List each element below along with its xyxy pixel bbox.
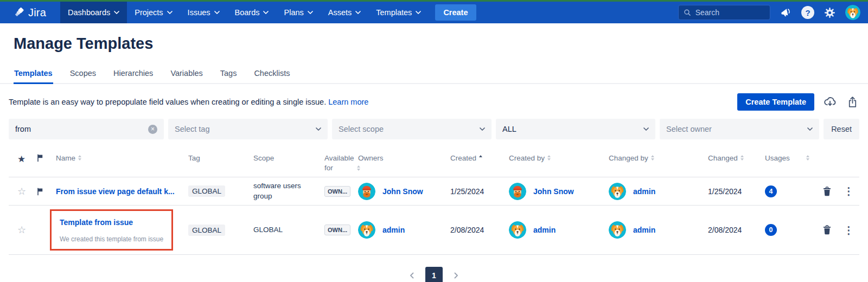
page-title: Manage Templates <box>14 35 859 53</box>
feedback-megaphone-icon[interactable] <box>780 7 792 19</box>
nav-item-dashboards[interactable]: Dashboards <box>60 2 127 23</box>
tab-scopes[interactable]: Scopes <box>69 66 97 84</box>
flag-column-icon[interactable] <box>36 153 44 162</box>
highlight-annotation-box: Template from issue We created this temp… <box>50 209 173 251</box>
sort-changed-by[interactable] <box>651 155 654 161</box>
scope-value: GLOBAL <box>253 226 290 234</box>
page-number-current[interactable]: 1 <box>425 267 443 282</box>
jira-logo[interactable]: Jira <box>0 2 60 23</box>
delete-template-icon[interactable] <box>821 185 833 197</box>
created-by-avatar <box>509 221 526 239</box>
available-for-badge: OWN... <box>324 225 350 235</box>
delete-template-icon[interactable] <box>821 224 833 236</box>
sort-changed[interactable] <box>741 155 744 161</box>
next-page-icon[interactable] <box>453 272 459 279</box>
flag-icon[interactable] <box>36 187 44 196</box>
tab-checklists[interactable]: Checklists <box>253 66 290 84</box>
nav-item-plans[interactable]: Plans <box>276 2 320 23</box>
star-column-icon[interactable]: ★ <box>17 153 25 165</box>
owner-filter-placeholder: Select owner <box>666 125 712 133</box>
sort-usages[interactable] <box>806 155 809 161</box>
gear-icon[interactable] <box>824 7 836 19</box>
created-by-avatar <box>509 183 526 200</box>
import-cloud-download-icon[interactable] <box>823 95 837 109</box>
scope-filter-select[interactable]: Select scope <box>332 119 492 139</box>
chevron-down-icon <box>416 11 421 15</box>
owner-link[interactable]: admin <box>382 226 405 234</box>
help-icon[interactable]: ? <box>801 6 814 19</box>
nav-item-label: Boards <box>235 8 260 17</box>
create-template-button[interactable]: Create Template <box>737 93 814 111</box>
clear-filter-icon[interactable]: × <box>148 125 157 134</box>
user-avatar[interactable] <box>845 5 860 20</box>
chevron-down-icon <box>167 11 173 15</box>
changed-by-link[interactable]: admin <box>633 187 655 196</box>
nav-item-templates[interactable]: Templates <box>368 2 429 23</box>
dog-avatar-icon <box>845 5 860 20</box>
pagination: 1 <box>9 267 859 282</box>
header-usages: Usages <box>765 153 790 163</box>
name-filter[interactable]: × <box>9 119 164 139</box>
primary-nav: Dashboards Projects Issues Boards Plans <box>60 2 429 23</box>
tab-hierarchies[interactable]: Hierarchies <box>113 66 154 84</box>
tab-variables[interactable]: Variables <box>170 66 203 84</box>
available-for-badge: OWN... <box>324 186 350 197</box>
table-row: ☆ From issue view page default k... GLOB… <box>9 177 859 206</box>
row-menu-kebab-icon[interactable]: ⋮ <box>844 225 854 235</box>
jira-logo-icon <box>13 7 24 18</box>
tab-templates[interactable]: Templates <box>14 66 53 84</box>
table-header-row: ★ Name Tag Scope Available for Owners Cr… <box>9 148 859 177</box>
nav-item-assets[interactable]: Assets <box>321 2 369 23</box>
created-date: 2/08/2024 <box>450 226 484 234</box>
header-scope: Scope <box>253 153 274 163</box>
owner-link[interactable]: John Snow <box>382 187 423 196</box>
nav-item-projects[interactable]: Projects <box>127 2 180 23</box>
template-name-link[interactable]: From issue view page default k... <box>56 187 184 196</box>
header-available-for: Available for <box>324 153 354 172</box>
tab-tags[interactable]: Tags <box>220 66 238 84</box>
chevron-down-icon <box>355 11 361 15</box>
learn-more-link[interactable]: Learn more <box>328 98 368 106</box>
nav-create-button[interactable]: Create <box>435 4 476 21</box>
nav-item-boards[interactable]: Boards <box>227 2 277 23</box>
changed-by-link[interactable]: admin <box>633 226 655 234</box>
shared-filter-value: ALL <box>502 125 516 133</box>
header-tag: Tag <box>188 153 200 163</box>
shared-filter-select[interactable]: ALL <box>496 119 655 139</box>
scope-filter-placeholder: Select scope <box>339 125 384 133</box>
description-text: Template is an easy way to prepopulate f… <box>9 98 368 106</box>
favorite-star-icon[interactable]: ☆ <box>17 225 26 235</box>
row-menu-kebab-icon[interactable]: ⋮ <box>844 186 854 196</box>
created-by-link[interactable]: admin <box>533 226 556 234</box>
created-date: 1/25/2024 <box>450 187 484 196</box>
reset-filters-button[interactable]: Reset <box>824 119 859 139</box>
tag-filter-select[interactable]: Select tag <box>168 119 328 139</box>
name-filter-input[interactable] <box>15 125 140 133</box>
owner-avatar <box>358 183 375 200</box>
chevron-down-icon <box>114 11 119 15</box>
scope-value: software users group <box>253 182 301 200</box>
owner-filter-select[interactable]: Select owner <box>660 119 819 139</box>
table-row: ☆ Template from issue We created this te… <box>9 206 859 255</box>
tag-chip: GLOBAL <box>188 225 225 236</box>
usages-badge: 4 <box>765 185 777 197</box>
nav-item-label: Dashboards <box>68 8 110 17</box>
previous-page-icon[interactable] <box>409 272 415 279</box>
nav-item-issues[interactable]: Issues <box>180 2 227 23</box>
changed-by-avatar <box>609 221 626 239</box>
nav-item-label: Issues <box>188 8 210 17</box>
export-share-icon[interactable] <box>846 95 859 109</box>
nav-search-input[interactable] <box>695 8 765 17</box>
tag-filter-placeholder: Select tag <box>175 125 210 133</box>
nav-search[interactable] <box>678 5 770 20</box>
sort-available-for[interactable] <box>357 165 360 171</box>
template-name-link[interactable]: Template from issue <box>60 218 163 227</box>
favorite-star-icon[interactable]: ☆ <box>17 186 26 197</box>
created-by-link[interactable]: John Snow <box>533 187 574 196</box>
nav-item-label: Assets <box>328 8 352 17</box>
changed-by-avatar <box>609 183 626 200</box>
sort-created-by[interactable] <box>547 155 551 161</box>
chevron-down-icon <box>480 127 485 131</box>
sort-name[interactable] <box>78 155 81 161</box>
sort-created[interactable] <box>479 155 482 157</box>
